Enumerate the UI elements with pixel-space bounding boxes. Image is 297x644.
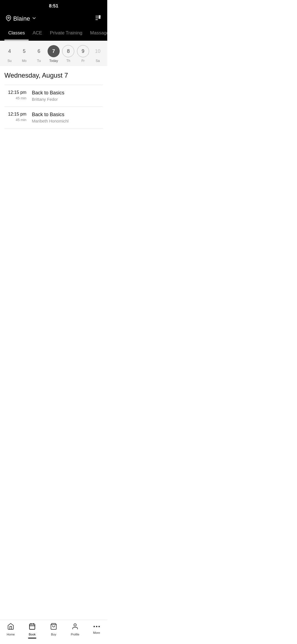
date-heading: Wednesday, August 7	[4, 72, 103, 79]
tab-massage[interactable]: Massage	[86, 28, 107, 40]
location-selector[interactable]: Blaine	[6, 15, 37, 23]
svg-point-0	[8, 17, 9, 18]
date-picker: 4 Su 5 Mo 6 Tu 7 Today 8 Th 9 Fr 10	[0, 41, 107, 66]
class-info-1: Back to Basics Maribeth Honomichl	[32, 112, 103, 123]
date-number-8: 8	[62, 45, 74, 57]
filter-icon[interactable]	[95, 14, 102, 23]
main-content: Wednesday, August 7 12:15 pm 45 min Back…	[0, 66, 107, 129]
location-pin-icon	[6, 15, 12, 23]
date-number-4: 4	[4, 45, 16, 57]
date-item-thu[interactable]: 8 Th	[62, 45, 74, 63]
class-duration-1: 45 min	[4, 118, 26, 122]
date-item-wed[interactable]: 7 Today	[48, 45, 60, 63]
class-duration-0: 45 min	[4, 96, 26, 100]
date-day-thu: Th	[66, 59, 70, 63]
class-item-0[interactable]: 12:15 pm 45 min Back to Basics Brittany …	[4, 85, 103, 107]
date-item-tue[interactable]: 6 Tu	[33, 45, 45, 63]
date-number-7-today: 7	[48, 45, 60, 57]
header: Blaine	[0, 11, 107, 28]
tab-ace[interactable]: ACE	[29, 28, 46, 40]
class-time-main-1: 12:15 pm	[4, 112, 26, 117]
date-number-6: 6	[33, 45, 45, 57]
class-name-0: Back to Basics	[32, 90, 103, 96]
class-time-main-0: 12:15 pm	[4, 90, 26, 95]
date-number-5: 5	[18, 45, 30, 57]
class-time-0: 12:15 pm 45 min	[4, 90, 32, 100]
nav-tabs: Classes ACE Private Training Massage	[0, 28, 107, 41]
date-day-mon: Mo	[22, 59, 27, 63]
date-item-mon[interactable]: 5 Mo	[18, 45, 30, 63]
class-time-1: 12:15 pm 45 min	[4, 112, 32, 122]
status-time: 8:51	[49, 3, 58, 9]
class-list: 12:15 pm 45 min Back to Basics Brittany …	[4, 85, 103, 129]
date-day-tue: Tu	[37, 59, 41, 63]
class-instructor-1: Maribeth Honomichl	[32, 119, 103, 123]
tab-private-training[interactable]: Private Training	[46, 28, 86, 40]
class-name-1: Back to Basics	[32, 112, 103, 118]
class-instructor-0: Brittany Fedor	[32, 97, 103, 102]
location-name: Blaine	[13, 15, 30, 22]
class-info-0: Back to Basics Brittany Fedor	[32, 90, 103, 102]
class-item-1[interactable]: 12:15 pm 45 min Back to Basics Maribeth …	[4, 107, 103, 129]
status-bar: 8:51	[0, 0, 107, 11]
date-item-sun[interactable]: 4 Su	[4, 45, 16, 63]
date-day-sun: Su	[7, 59, 12, 63]
date-item-fri[interactable]: 9 Fr	[77, 45, 89, 63]
date-day-fri: Fr	[81, 59, 84, 63]
chevron-down-icon	[32, 16, 37, 22]
date-number-10: 10	[92, 45, 104, 57]
tab-classes[interactable]: Classes	[4, 28, 29, 40]
date-number-9: 9	[77, 45, 89, 57]
svg-point-5	[99, 17, 100, 18]
svg-point-4	[99, 15, 100, 17]
date-day-sat: Sa	[96, 59, 100, 63]
date-item-sat[interactable]: 10 Sa	[92, 45, 104, 63]
date-day-today: Today	[49, 59, 58, 63]
